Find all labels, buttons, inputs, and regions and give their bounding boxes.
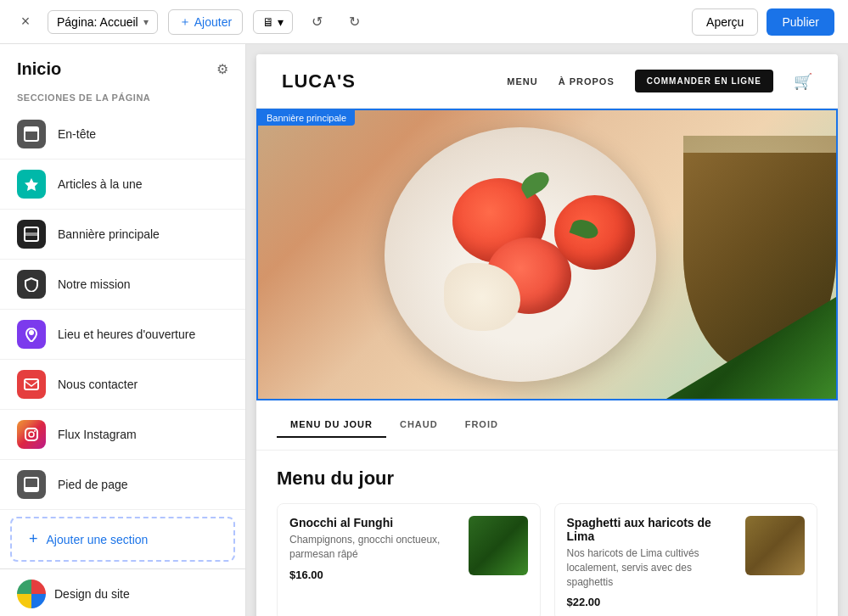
page-selector[interactable]: Página: Accueil ▾: [48, 10, 158, 34]
canvas-frame: LUCA'S MENU À PROPOS COMMANDER EN LIGNE …: [256, 54, 838, 616]
menu-items-grid: Gnocchi al Funghi Champignons, gnocchi o…: [277, 503, 817, 616]
menu-item-image: [469, 516, 528, 575]
tab-menu-du-jour[interactable]: MENU DU JOUR: [277, 412, 386, 438]
menu-tabs: MENU DU JOUR CHAUD FROID: [256, 400, 838, 451]
site-header: LUCA'S MENU À PROPOS COMMANDER EN LIGNE …: [256, 54, 838, 109]
sidebar-item-pied[interactable]: Pied de page: [0, 460, 245, 510]
topbar: × Página: Accueil ▾ ＋ Ajouter 🖥 ▾ ↺ ↻ Ap…: [0, 0, 848, 44]
instagram-icon: [17, 420, 46, 449]
sidebar-item-label: Flux Instagram: [58, 428, 137, 441]
food-image-2: [745, 516, 805, 575]
add-section-label: Ajouter une section: [47, 533, 149, 546]
add-button[interactable]: ＋ Ajouter: [168, 9, 243, 35]
chevron-down-icon: ▾: [278, 15, 284, 29]
menu-section: Menu du jour Gnocchi al Funghi Champigno…: [256, 451, 838, 616]
undo-button[interactable]: ↺: [303, 8, 330, 36]
sidebar-item-label: Nous contacter: [58, 378, 138, 391]
sidebar-item-banniere[interactable]: Bannière principale: [0, 210, 245, 260]
lieu-icon: [17, 320, 46, 349]
device-selector[interactable]: 🖥 ▾: [253, 10, 293, 34]
menu-section-title: Menu du jour: [277, 468, 817, 490]
banner-section[interactable]: Bannière principale: [256, 109, 838, 400]
sidebar-item-mission[interactable]: Notre mission: [0, 260, 245, 310]
main-layout: Inicio ⚙ SECCIONES DE LA PÁGINA En-tête …: [0, 44, 848, 616]
cart-icon[interactable]: 🛒: [794, 72, 812, 91]
preview-button[interactable]: Aperçu: [692, 8, 758, 36]
design-icon: [17, 580, 46, 608]
sidebar-item-label: En-tête: [58, 127, 96, 141]
menu-item-description: Nos haricots de Lima cultivés localement…: [567, 546, 738, 589]
mission-icon: [17, 270, 46, 299]
contact-icon: [17, 370, 46, 399]
svg-point-8: [29, 432, 34, 437]
settings-icon[interactable]: ⚙: [216, 61, 228, 77]
menu-item-info: Spaghetti aux haricots de Lima Nos haric…: [567, 516, 738, 608]
sidebar-section-label: SECCIONES DE LA PÁGINA: [0, 87, 245, 109]
menu-item-card: Spaghetti aux haricots de Lima Nos haric…: [554, 503, 818, 616]
nav-item-menu[interactable]: MENU: [507, 76, 537, 87]
plus-icon: +: [29, 530, 38, 548]
svg-point-5: [29, 330, 34, 335]
sidebar-item-lieu[interactable]: Lieu et heures d'ouverture: [0, 310, 245, 360]
site-nav: MENU À PROPOS COMMANDER EN LIGNE 🛒: [507, 70, 812, 92]
sidebar-item-label: Notre mission: [58, 277, 131, 291]
banner-image: [258, 110, 836, 399]
nav-cta[interactable]: COMMANDER EN LIGNE: [635, 70, 773, 92]
svg-rect-11: [25, 487, 38, 491]
sidebar-item-en-tete[interactable]: En-tête: [0, 109, 245, 160]
menu-item-price: $22.00: [567, 596, 738, 608]
menu-item-name: Gnocchi al Funghi: [289, 516, 460, 529]
plus-icon: ＋: [179, 14, 191, 30]
sidebar-item-instagram[interactable]: Flux Instagram: [0, 410, 245, 460]
sidebar-item-label: Bannière principale: [58, 227, 160, 241]
sidebar: Inicio ⚙ SECCIONES DE LA PÁGINA En-tête …: [0, 44, 246, 616]
svg-point-9: [34, 430, 36, 432]
topbar-right: Aperçu Publier: [692, 8, 834, 36]
svg-rect-4: [25, 232, 38, 236]
desktop-icon: 🖥: [262, 15, 274, 29]
svg-rect-6: [25, 379, 38, 389]
menu-item-description: Champignons, gnocchi onctueux, parmesan …: [289, 533, 460, 562]
menu-item-info: Gnocchi al Funghi Champignons, gnocchi o…: [289, 516, 460, 581]
page-selector-label: Página: Accueil: [57, 15, 138, 29]
canvas-area: LUCA'S MENU À PROPOS COMMANDER EN LIGNE …: [246, 44, 848, 616]
close-button[interactable]: ×: [14, 10, 37, 34]
nav-item-apropos[interactable]: À PROPOS: [559, 76, 615, 87]
add-section-button[interactable]: + Ajouter une section: [10, 517, 235, 562]
sidebar-title: Inicio: [17, 59, 61, 79]
en-tete-icon: [17, 120, 46, 148]
menu-item-name: Spaghetti aux haricots de Lima: [567, 516, 738, 543]
svg-rect-1: [25, 127, 38, 132]
menu-item-image: [745, 516, 805, 575]
menu-item-card: Gnocchi al Funghi Champignons, gnocchi o…: [277, 503, 541, 616]
sidebar-item-contact[interactable]: Nous contacter: [0, 360, 245, 410]
tab-froid[interactable]: FROID: [452, 412, 512, 438]
pied-icon: [17, 470, 46, 499]
design-label: Design du site: [54, 587, 130, 601]
tab-chaud[interactable]: CHAUD: [386, 412, 452, 438]
articles-icon: [17, 170, 46, 199]
sidebar-item-label: Articles à la une: [58, 177, 143, 191]
sidebar-header: Inicio ⚙: [0, 44, 245, 87]
food-plate: [385, 127, 656, 382]
svg-rect-7: [25, 428, 37, 440]
design-site-button[interactable]: Design du site: [0, 568, 245, 616]
publish-button[interactable]: Publier: [767, 8, 834, 36]
redo-button[interactable]: ↻: [340, 8, 368, 36]
banner-label: Bannière principale: [258, 110, 355, 126]
menu-item-price: $16.00: [289, 568, 460, 581]
sidebar-item-label: Pied de page: [58, 478, 128, 491]
sidebar-item-articles[interactable]: Articles à la une: [0, 160, 245, 210]
svg-marker-2: [25, 178, 38, 191]
sidebar-item-label: Lieu et heures d'ouverture: [58, 328, 195, 341]
site-logo: LUCA'S: [282, 70, 356, 92]
chevron-down-icon: ▾: [143, 16, 149, 28]
banniere-icon: [17, 220, 46, 249]
food-image-1: [469, 516, 528, 575]
